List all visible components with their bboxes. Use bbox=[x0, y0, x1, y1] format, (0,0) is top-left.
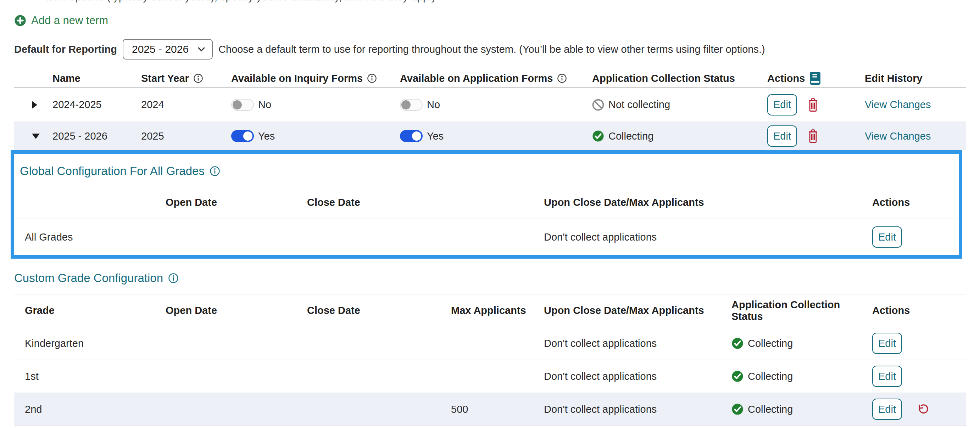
collection-status-label: Collecting bbox=[608, 130, 654, 142]
col-header-edit-history: Edit History bbox=[865, 73, 966, 84]
application-forms-toggle[interactable] bbox=[400, 130, 423, 142]
term-name: 2024-2025 bbox=[52, 99, 141, 111]
edit-global-config-button[interactable]: Edit bbox=[872, 227, 902, 248]
revert-changes-button[interactable] bbox=[917, 403, 930, 415]
edit-grade-button[interactable]: Edit bbox=[872, 366, 902, 387]
collapse-caret-icon[interactable] bbox=[32, 133, 40, 139]
term-row-2025-2026: 2025 - 2026 2025 Yes Yes Collecting Edit bbox=[14, 122, 966, 150]
default-reporting-description: Choose a default term to use for reporti… bbox=[218, 44, 765, 55]
default-term-selected-value: 2025 - 2026 bbox=[132, 43, 189, 55]
max-applicants-value: 500 bbox=[448, 404, 544, 415]
default-reporting-label: Default for Reporting bbox=[14, 44, 117, 55]
view-changes-link[interactable]: View Changes bbox=[865, 99, 931, 111]
upon-close-value: Don't collect applications bbox=[544, 338, 732, 349]
global-config-header: Open Date Close Date Upon Close Date/Max… bbox=[14, 186, 959, 219]
term-name: 2025 - 2026 bbox=[52, 130, 141, 142]
grade-label: 1st bbox=[14, 371, 165, 382]
col-header-actions: Actions bbox=[872, 305, 966, 316]
info-icon[interactable] bbox=[367, 73, 377, 83]
toggle-knob bbox=[243, 132, 253, 141]
edit-term-button[interactable]: Edit bbox=[767, 94, 797, 116]
col-header-upon-close: Upon Close Date/Max Applicants bbox=[544, 197, 872, 208]
add-new-term-label: Add a new term bbox=[31, 14, 108, 27]
custom-grade-header: Grade Open Date Close Date Max Applicant… bbox=[14, 295, 966, 327]
collecting-check-icon bbox=[732, 337, 743, 349]
edit-term-button[interactable]: Edit bbox=[767, 125, 797, 147]
col-header-name: Name bbox=[52, 73, 141, 84]
col-header-upon-close: Upon Close Date/Max Applicants bbox=[544, 305, 732, 316]
upon-close-value: Don't collect applications bbox=[544, 231, 872, 243]
col-header-actions: Actions bbox=[767, 72, 865, 85]
default-term-select[interactable]: 2025 - 2026 bbox=[123, 39, 213, 60]
default-reporting-row: Default for Reporting 2025 - 2026 Choose… bbox=[14, 39, 980, 60]
add-new-term-link[interactable]: Add a new term bbox=[14, 14, 108, 27]
trash-icon bbox=[807, 128, 819, 144]
col-header-start-year: Start Year bbox=[141, 73, 231, 84]
col-header-grade: Grade bbox=[14, 305, 165, 316]
collection-status-label: Collecting bbox=[748, 338, 793, 349]
inquiry-forms-toggle[interactable] bbox=[231, 130, 254, 142]
term-start-year: 2024 bbox=[141, 99, 231, 111]
collecting-check-icon bbox=[732, 370, 743, 382]
grade-row-kindergarten: Kindergarten Don't collect applications … bbox=[14, 327, 966, 360]
terms-table-header: Name Start Year Available on Inquiry For… bbox=[14, 70, 966, 88]
grade-scope-label: All Grades bbox=[14, 231, 165, 243]
info-icon[interactable] bbox=[193, 73, 203, 83]
delete-term-button[interactable] bbox=[807, 128, 819, 144]
not-collecting-icon bbox=[592, 99, 604, 111]
col-header-close-date: Close Date bbox=[307, 305, 448, 316]
collecting-check-icon bbox=[592, 130, 604, 142]
upon-close-value: Don't collect applications bbox=[544, 371, 732, 382]
toggle-state-label: Yes bbox=[258, 130, 275, 142]
terms-table: Name Start Year Available on Inquiry For… bbox=[14, 70, 966, 150]
toggle-state-label: No bbox=[258, 99, 271, 111]
grade-label: 2nd bbox=[14, 404, 165, 415]
collecting-check-icon bbox=[732, 403, 743, 415]
toggle-knob bbox=[401, 100, 410, 109]
global-configuration-title: Global Configuration For All Grades bbox=[20, 165, 959, 178]
grade-label: Kindergarten bbox=[14, 338, 165, 349]
undo-icon bbox=[917, 403, 930, 415]
toggle-state-label: No bbox=[427, 99, 440, 111]
grade-row-2nd: 2nd 500 Don't collect applications Colle… bbox=[14, 393, 966, 426]
col-header-collection-status: Application Collection Status bbox=[732, 299, 872, 322]
info-icon[interactable] bbox=[210, 166, 220, 176]
audit-log-book-icon[interactable] bbox=[810, 72, 821, 85]
toggle-knob bbox=[412, 132, 421, 141]
trash-icon bbox=[807, 97, 819, 112]
expand-caret-icon[interactable] bbox=[32, 101, 37, 109]
col-header-collection-status: Application Collection Status bbox=[592, 73, 767, 84]
clipped-text-line: term options (typically school years), s… bbox=[0, 0, 980, 3]
col-header-open-date: Open Date bbox=[165, 197, 307, 208]
grade-row-1st: 1st Don't collect applications Collectin… bbox=[14, 360, 966, 393]
application-forms-toggle[interactable] bbox=[400, 99, 423, 111]
term-start-year: 2025 bbox=[141, 130, 231, 142]
info-icon[interactable] bbox=[557, 73, 567, 83]
toggle-state-label: Yes bbox=[427, 130, 444, 142]
edit-grade-button[interactable]: Edit bbox=[872, 333, 902, 354]
view-changes-link[interactable]: View Changes bbox=[865, 130, 931, 142]
term-row-2024-2025: 2024-2025 2024 No No Not collecting Edit bbox=[14, 88, 966, 122]
inquiry-forms-toggle[interactable] bbox=[231, 99, 254, 111]
global-config-row-all-grades: All Grades Don't collect applications Ed… bbox=[14, 219, 959, 255]
custom-grade-configuration-title: Custom Grade Configuration bbox=[14, 271, 980, 285]
delete-term-button[interactable] bbox=[807, 97, 819, 112]
collection-status-label: Not collecting bbox=[608, 99, 670, 111]
global-configuration-panel: Global Configuration For All Grades Open… bbox=[11, 150, 962, 258]
col-header-inquiry-forms: Available on Inquiry Forms bbox=[231, 73, 400, 84]
upon-close-value: Don't collect applications bbox=[544, 404, 732, 415]
collection-status-label: Collecting bbox=[748, 371, 793, 382]
toggle-knob bbox=[232, 100, 242, 109]
custom-grade-table: Grade Open Date Close Date Max Applicant… bbox=[14, 295, 966, 426]
col-header-max-applicants: Max Applicants bbox=[448, 305, 544, 316]
col-header-open-date: Open Date bbox=[165, 305, 307, 316]
info-icon[interactable] bbox=[168, 273, 179, 284]
edit-grade-button[interactable]: Edit bbox=[872, 399, 902, 420]
plus-circle-icon bbox=[14, 14, 26, 27]
chevron-down-icon bbox=[198, 47, 205, 52]
collection-status-label: Collecting bbox=[748, 404, 793, 415]
col-header-actions: Actions bbox=[872, 197, 959, 208]
col-header-application-forms: Available on Application Forms bbox=[400, 73, 592, 84]
col-header-close-date: Close Date bbox=[307, 197, 544, 208]
